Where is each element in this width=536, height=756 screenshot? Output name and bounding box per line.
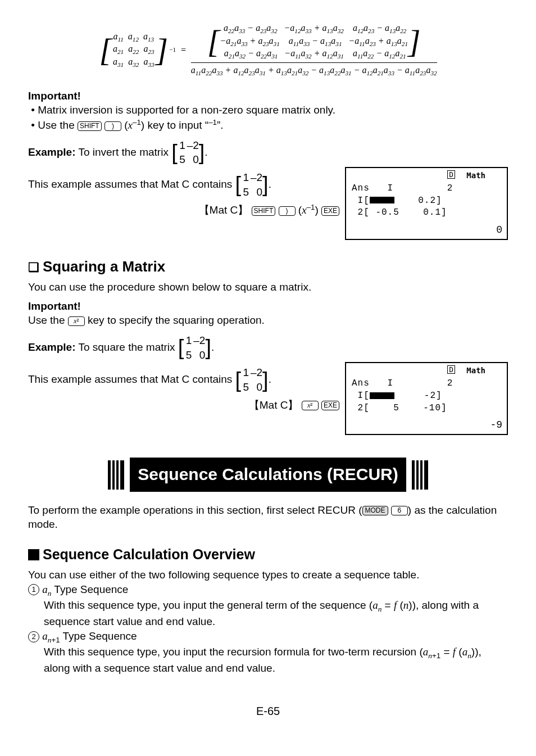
banner-title: Sequence Calculations (RECUR)	[130, 458, 406, 492]
key-sequence-2: 【Mat C】 x² EXE	[28, 398, 339, 413]
x2-key: x²	[68, 316, 85, 326]
mode-key: MODE	[362, 506, 388, 515]
squaring-important-heading: Important!	[28, 299, 508, 314]
lcd-display-1: D Math Ans I 2 I[ 0.2] 2[ -0.5 0.1] 0	[345, 167, 508, 240]
lcd-display-2: D Math Ans I 2 I[ -2] 2[ 5 -10] -9	[345, 362, 508, 435]
lhs-row: a21 a22 a23	[113, 43, 155, 56]
squaring-heading: ❏Squaring a Matrix	[28, 257, 508, 277]
exe-key: EXE	[321, 206, 339, 216]
important-heading: Important!	[28, 89, 508, 103]
lcd-content: Ans I 2 I[ 0.2] 2[ -0.5 0.1]	[352, 183, 453, 219]
squaring-important-text: Use the x² key to specify the squaring o…	[28, 313, 508, 328]
circle-2-icon: 2	[28, 631, 39, 642]
seq-type-2-body: With this sequence type, you input the r…	[44, 645, 508, 675]
x2-key: x²	[302, 401, 319, 410]
example-1: Example: To invert the matrix [ 1–2 50 ]…	[28, 138, 508, 167]
shift-key: SHIFT	[252, 206, 276, 216]
lhs-row: a11 a12 a13	[113, 31, 155, 44]
section-banner: Sequence Calculations (RECUR)	[28, 458, 508, 492]
key-sequence-1: 【Mat C】 SHIFT ) (x–1) EXE	[28, 202, 339, 218]
lcd-math-indicator: Math	[466, 365, 485, 376]
denominator: a11a22a33 + a12a23a31 + a13a21a32 − a13a…	[191, 65, 437, 78]
barcode-icon-right	[412, 460, 428, 490]
square-bullet-icon	[28, 549, 39, 560]
lcd-math-indicator: Math	[466, 170, 485, 181]
seq-type-1-body: With this sequence type, you input the g…	[44, 598, 508, 628]
circle-1-icon: 1	[28, 584, 39, 595]
overview-intro: You can use either of the two following …	[28, 568, 508, 582]
important-bullet-2: • Use the SHIFT ) (x–1) key to input “–1…	[28, 117, 508, 133]
example-2: Example: To square the matrix [ 1–2 50 ]…	[28, 333, 508, 362]
barcode-icon-left	[108, 460, 124, 490]
overview-heading: Sequence Calculation Overview	[28, 545, 508, 564]
lcd-d-indicator: D	[447, 170, 455, 179]
paren-key: )	[105, 121, 121, 131]
key-6: 6	[391, 506, 408, 515]
num-row: −a21a33 + a23a31 a11a33 − a13a31 −a11a23…	[220, 35, 408, 48]
num-row: a21a32 − a22a31 −a11a32 + a12a31 a11a22 …	[220, 48, 408, 61]
recur-intro: To perform the example operations in thi…	[28, 503, 508, 532]
exe-key: EXE	[321, 401, 339, 410]
inverse-formula: [ a11 a12 a13 a21 a22 a23 a31 a32 a33 ]−…	[28, 22, 508, 78]
lcd-result: -9	[490, 418, 502, 432]
lcd-d-indicator: D	[447, 365, 455, 374]
lhs-exp: −1	[169, 46, 176, 53]
lcd-result: 0	[496, 223, 502, 237]
seq-type-2: 2 an+1 Type Sequence	[28, 629, 508, 645]
num-row: a22a33 − a23a32 −a12a33 + a13a32 a12a23 …	[220, 22, 408, 35]
squaring-intro: You can use the procedure shown below to…	[28, 280, 508, 295]
seq-type-1: 1 an Type Sequence	[28, 582, 508, 599]
lhs-row: a31 a32 a33	[113, 56, 155, 69]
shift-key: SHIFT	[78, 121, 102, 131]
lcd-content: Ans I 2 I[ -2] 2[ 5 -10]	[352, 378, 453, 414]
paren-key: )	[279, 206, 296, 216]
page-number: E-65	[28, 704, 508, 719]
important-bullet-1: • Matrix inversion is supported for a no…	[28, 103, 508, 117]
